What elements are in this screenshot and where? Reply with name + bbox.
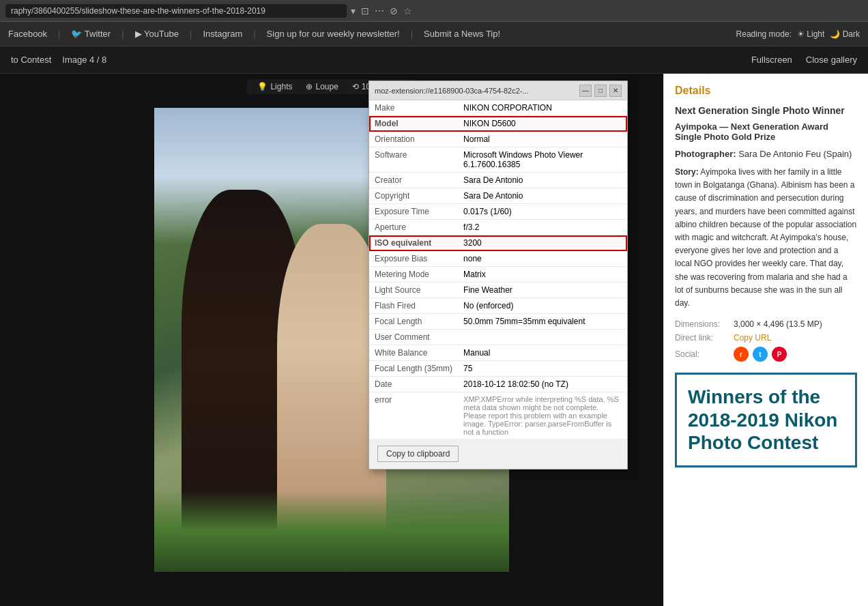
exif-value: NIKON D5600 bbox=[458, 116, 627, 132]
exif-row: Metering ModeMatrix bbox=[369, 267, 627, 283]
exif-row: SoftwareMicrosoft Windows Photo Viewer 6… bbox=[369, 147, 627, 173]
exif-popup: moz-extension://e1168900-03ca-4754-82c2-… bbox=[368, 81, 628, 470]
exif-row: Flash FiredNo (enforced) bbox=[369, 298, 627, 314]
exif-row: Light SourceFine Weather bbox=[369, 283, 627, 298]
exif-value: Matrix bbox=[458, 267, 627, 283]
nav-newsletter[interactable]: Sign up for our weekly newsletter! bbox=[267, 29, 400, 39]
exif-row: MakeNIKON CORPORATION bbox=[369, 100, 627, 116]
exif-row: Focal Length (35mm)75 bbox=[369, 361, 627, 377]
exif-row: User Comment bbox=[369, 330, 627, 345]
grass bbox=[154, 490, 509, 572]
light-mode-btn[interactable]: ☀ Light bbox=[797, 29, 824, 39]
reader-icon[interactable]: ⊡ bbox=[361, 5, 369, 16]
nav-instagram[interactable]: Instagram bbox=[203, 29, 242, 39]
exif-value: Sara De Antonio bbox=[458, 173, 627, 188]
dropdown-icon[interactable]: ▾ bbox=[351, 5, 356, 16]
exif-value: Normal bbox=[458, 132, 627, 147]
exif-label: Model bbox=[369, 116, 458, 132]
bookmark-icon[interactable]: ☆ bbox=[403, 5, 412, 16]
exif-label: Flash Fired bbox=[369, 298, 458, 314]
exif-label: User Comment bbox=[369, 330, 458, 345]
dimensions-label: Dimensions: bbox=[675, 319, 729, 329]
exif-table: MakeNIKON CORPORATIONModelNIKON D5600Ori… bbox=[369, 100, 627, 439]
back-to-contest-link[interactable]: to Contest bbox=[11, 55, 51, 65]
tab-bar: raphy/3860400255/slideshow-these-are-the… bbox=[5, 4, 863, 18]
exif-label: Exposure Bias bbox=[369, 251, 458, 267]
direct-link-label: Direct link: bbox=[675, 333, 729, 343]
twitter-share-btn[interactable]: t bbox=[753, 347, 768, 362]
photographer-line: Photographer: Sara De Antonio Feu (Spain… bbox=[675, 149, 857, 159]
exif-close-btn[interactable]: ✕ bbox=[609, 85, 622, 97]
exif-label: Date bbox=[369, 377, 458, 392]
lights-icon: 💡 bbox=[257, 82, 267, 91]
exif-value: Manual bbox=[458, 345, 627, 361]
nav-news-tip[interactable]: Submit a News Tip! bbox=[424, 29, 500, 39]
loupe-tool[interactable]: ⊕ Loupe bbox=[306, 82, 338, 91]
reading-mode: Reading mode: ☀ Light 🌙 Dark bbox=[736, 29, 860, 39]
pinterest-share-btn[interactable]: P bbox=[772, 347, 787, 362]
nav-twitter[interactable]: 🐦 Twitter bbox=[71, 29, 111, 39]
exif-label: Software bbox=[369, 147, 458, 173]
copy-url-link[interactable]: Copy URL bbox=[734, 333, 771, 343]
tab-icons: ▾ ⊡ ⋯ ⊘ ☆ bbox=[351, 5, 412, 16]
close-gallery-btn[interactable]: Close gallery bbox=[806, 55, 857, 65]
exif-label: ISO equivalent bbox=[369, 235, 458, 251]
lights-tool[interactable]: 💡 Lights bbox=[257, 82, 292, 91]
exif-label: Orientation bbox=[369, 132, 458, 147]
exif-value: XMP,XMPError while interpreting %S data.… bbox=[458, 392, 627, 439]
exif-value bbox=[458, 330, 627, 345]
exif-maximize-btn[interactable]: □ bbox=[594, 85, 607, 97]
exif-row: ISO equivalent3200 bbox=[369, 235, 627, 251]
exif-row: Date2018-10-12 18:02:50 (no TZ) bbox=[369, 377, 627, 392]
award-subtitle: Ayimpoka — Next Generation Award Single … bbox=[675, 121, 857, 142]
exif-value: NIKON CORPORATION bbox=[458, 100, 627, 116]
zoom-icon: ⟲ bbox=[352, 82, 359, 91]
gallery-nav-left: to Contest Image 4 / 8 bbox=[11, 55, 751, 65]
exif-value: 0.017s (1/60) bbox=[458, 204, 627, 220]
exif-label: Copyright bbox=[369, 188, 458, 204]
exif-row: Exposure Time0.017s (1/60) bbox=[369, 204, 627, 220]
exif-label: error bbox=[369, 392, 458, 439]
photographer-label: Photographer: bbox=[675, 149, 736, 159]
nav-youtube[interactable]: ▶ YouTube bbox=[135, 29, 179, 39]
exif-label: Creator bbox=[369, 173, 458, 188]
exif-titlebar: moz-extension://e1168900-03ca-4754-82c2-… bbox=[369, 81, 627, 100]
exif-value: Microsoft Windows Photo Viewer 6.1.7600.… bbox=[458, 147, 627, 173]
fullscreen-btn[interactable]: Fullscreen bbox=[751, 55, 792, 65]
tab-url[interactable]: raphy/3860400255/slideshow-these-are-the… bbox=[5, 4, 347, 18]
story-text: Story: Ayimpoka lives with her family in… bbox=[675, 166, 857, 310]
nav-facebook[interactable]: Facebook bbox=[8, 29, 47, 39]
exif-label: Light Source bbox=[369, 283, 458, 298]
exif-label: Focal Length bbox=[369, 314, 458, 330]
exif-value: 75 bbox=[458, 361, 627, 377]
shield-icon[interactable]: ⊘ bbox=[390, 5, 398, 16]
story-body: Ayimpoka lives with her family in a litt… bbox=[675, 167, 856, 308]
exif-footer: Copy to clipboard bbox=[369, 439, 627, 469]
social-icons: r t P bbox=[734, 347, 787, 362]
exif-label: Exposure Time bbox=[369, 204, 458, 220]
exif-value: none bbox=[458, 251, 627, 267]
reddit-share-btn[interactable]: r bbox=[734, 347, 749, 362]
right-sidebar: Details Next Generation Single Photo Win… bbox=[663, 74, 868, 606]
exif-row: Focal Length50.0mm 75mm=35mm equivalent bbox=[369, 314, 627, 330]
more-icon[interactable]: ⋯ bbox=[375, 5, 384, 16]
exif-label: Make bbox=[369, 100, 458, 116]
photographer-name: Sara De Antonio Feu (Spain) bbox=[738, 149, 852, 159]
winners-box: Winners of the 2018-2019 Nikon Photo Con… bbox=[675, 373, 857, 467]
copy-to-clipboard-btn[interactable]: Copy to clipboard bbox=[377, 446, 459, 462]
direct-link-line: Direct link: Copy URL bbox=[675, 333, 857, 343]
winners-box-title: Winners of the 2018-2019 Nikon Photo Con… bbox=[688, 386, 844, 454]
gallery-toolbar: to Contest Image 4 / 8 Fullscreen Close … bbox=[0, 46, 868, 74]
dark-mode-btn[interactable]: 🌙 Dark bbox=[830, 29, 860, 39]
image-count: Image 4 / 8 bbox=[62, 55, 106, 65]
reading-mode-label: Reading mode: bbox=[736, 29, 792, 39]
exif-value: Fine Weather bbox=[458, 283, 627, 298]
exif-value: 50.0mm 75mm=35mm equivalent bbox=[458, 314, 627, 330]
exif-label: Aperture bbox=[369, 220, 458, 235]
exif-value: 3200 bbox=[458, 235, 627, 251]
dimensions-value: 3,000 × 4,496 (13.5 MP) bbox=[734, 319, 822, 329]
gallery-toolbar-right: Fullscreen Close gallery bbox=[751, 55, 857, 65]
loupe-icon: ⊕ bbox=[306, 82, 313, 91]
details-title: Details bbox=[675, 85, 857, 97]
exif-minimize-btn[interactable]: — bbox=[579, 85, 592, 97]
